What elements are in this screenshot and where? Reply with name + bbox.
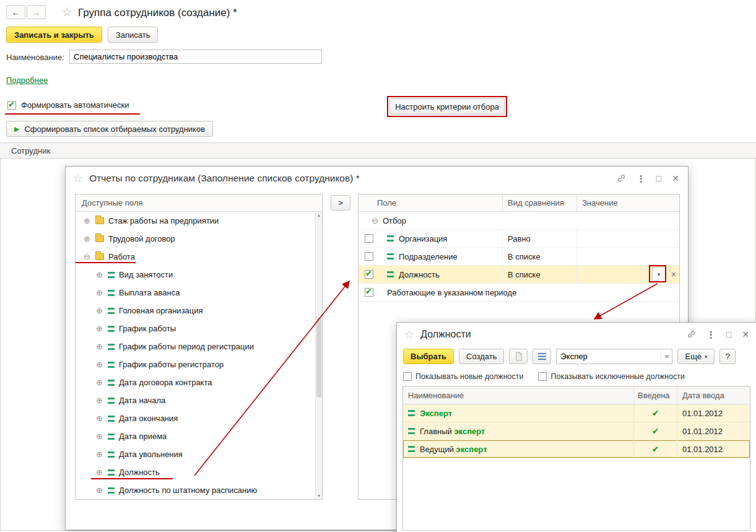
tree-item-field[interactable]: ⊕Вид занятости — [76, 266, 315, 284]
tree-item-label: График работы период регистрации — [119, 342, 254, 351]
scroll-down-icon[interactable]: ▼ — [316, 494, 322, 498]
filter-value-cell[interactable] — [576, 248, 679, 265]
select-button[interactable]: Выбрать — [403, 349, 454, 364]
entered-check-icon: ✔ — [652, 408, 659, 418]
tree-item-field[interactable]: ⊕Должность по штатному расписанию — [76, 481, 315, 499]
tree-item-label: Дата увольнения — [119, 450, 183, 459]
expand-icon[interactable]: ⊕ — [95, 396, 103, 405]
expand-icon[interactable]: ⊕ — [95, 288, 103, 297]
maximize-icon[interactable]: □ — [726, 330, 731, 339]
more-actions-button[interactable]: Еще ▾ — [677, 349, 715, 364]
configure-criteria-button[interactable]: Настроить критерии отбора — [389, 98, 505, 115]
expand-icon[interactable]: ⊕ — [95, 468, 103, 477]
tree-item-folder[interactable]: ⊕Трудовой договор — [76, 230, 315, 248]
folder-icon — [95, 253, 104, 260]
expand-icon[interactable]: ⊕ — [95, 270, 103, 279]
filter-row-checkbox[interactable] — [365, 234, 373, 243]
show-new-checkbox[interactable] — [403, 372, 412, 381]
show-excluded-label: Показывать исключенные должности — [550, 372, 684, 381]
more-menu-icon[interactable]: ⋮ — [637, 174, 646, 183]
tree-item-field[interactable]: ⊕График работы — [76, 320, 315, 338]
expand-icon[interactable]: ⊕ — [95, 360, 103, 369]
filter-value-cell[interactable] — [576, 230, 679, 247]
filter-group-row[interactable]: ⊖ Отбор — [358, 212, 679, 230]
close-icon[interactable]: ✕ — [742, 330, 749, 339]
filter-row[interactable]: Подразделение В списке — [358, 248, 679, 266]
back-button[interactable]: ← — [6, 5, 25, 19]
tree-item-label: Стаж работы на предприятии — [108, 216, 219, 225]
help-button[interactable]: ? — [719, 349, 736, 364]
scrollbar-thumb[interactable] — [316, 317, 321, 398]
collapse-icon[interactable]: ⊖ — [83, 252, 91, 261]
attribute-icon — [387, 235, 394, 242]
collapse-icon[interactable]: ⊖ — [371, 216, 379, 225]
expand-icon[interactable]: ⊕ — [95, 432, 103, 441]
auto-generate-checkbox[interactable] — [7, 101, 16, 110]
link-icon[interactable] — [617, 173, 626, 184]
name-input[interactable] — [69, 50, 322, 64]
expand-icon[interactable]: ⊕ — [95, 342, 103, 351]
tree-item-field[interactable]: ⊕Выплата аванса — [76, 284, 315, 302]
maximize-icon[interactable]: □ — [656, 174, 661, 183]
expand-icon[interactable]: ⊕ — [95, 414, 103, 423]
tree-scrollbar[interactable]: ▲ ▼ — [315, 212, 322, 499]
tree-item-field[interactable]: ⊕Дата увольнения — [76, 445, 315, 463]
close-icon[interactable]: ✕ — [672, 174, 679, 183]
filter-row-checkbox[interactable] — [365, 252, 373, 261]
positions-toolbar: Выбрать Создать × Еще ▾ ? — [403, 349, 749, 364]
filter-row-selected[interactable]: Должность В списке ▾ × — [358, 266, 679, 284]
position-row-selected[interactable]: Ведущий эксперт ✔ 01.01.2012 — [403, 440, 750, 458]
save-button[interactable]: Записать — [108, 27, 159, 43]
column-header-name: Наименование — [403, 391, 633, 400]
favorite-star-icon[interactable]: ☆ — [404, 328, 414, 341]
list-view-button[interactable] — [532, 349, 551, 364]
tree-item-field[interactable]: ⊕Дата приема — [76, 427, 315, 445]
expand-icon[interactable]: ⊕ — [83, 216, 91, 225]
create-button[interactable]: Создать — [459, 349, 504, 364]
scroll-up-icon[interactable]: ▲ — [316, 213, 322, 217]
expand-icon[interactable]: ⊕ — [95, 486, 103, 495]
clear-search-icon[interactable]: × — [661, 352, 672, 361]
filter-row[interactable]: Работающие в указанном периоде — [358, 284, 679, 302]
expand-icon[interactable]: ⊕ — [95, 378, 103, 387]
tree-item-label: Дата договора контракта — [119, 378, 212, 387]
command-bar: Записать и закрыть Записать — [6, 27, 158, 43]
tree-item-field[interactable]: ⊕График работы период регистрации — [76, 338, 315, 355]
tree-item-field[interactable]: ⊕Дата начала — [76, 391, 315, 409]
filter-comparison[interactable]: Равно — [502, 230, 576, 247]
favorite-star-icon[interactable]: ☆ — [61, 4, 72, 19]
expand-icon[interactable]: ⊕ — [95, 324, 103, 333]
employee-section-header[interactable]: Сотрудник — [0, 142, 756, 159]
tree-item-field[interactable]: ⊕Головная организация — [76, 302, 315, 320]
forward-button[interactable]: → — [27, 5, 46, 19]
clear-value-button[interactable]: × — [671, 269, 676, 279]
favorite-star-icon[interactable]: ☆ — [73, 172, 83, 185]
expand-icon[interactable]: ⊕ — [95, 450, 103, 459]
positions-dialog-titlebar[interactable]: ☆ Должности ⋮ □ ✕ — [397, 323, 756, 346]
tree-item-field[interactable]: ⊕Дата договора контракта — [76, 373, 315, 391]
filter-comparison[interactable]: В списке — [502, 266, 576, 283]
filter-comparison[interactable]: В списке — [502, 248, 576, 265]
move-field-button[interactable]: > — [331, 195, 350, 211]
attribute-icon — [108, 469, 115, 476]
filter-row-checkbox[interactable] — [365, 288, 373, 297]
expand-icon[interactable]: ⊕ — [83, 234, 91, 243]
tree-item-folder[interactable]: ⊕Стаж работы на предприятии — [76, 212, 315, 230]
position-row[interactable]: Главный эксперт ✔ 01.01.2012 — [403, 422, 750, 440]
copy-button[interactable] — [509, 349, 528, 364]
filter-row[interactable]: Организация Равно — [358, 230, 679, 248]
report-dialog-titlebar[interactable]: ☆ Отчеты по сотрудникам (Заполнение спис… — [66, 167, 688, 190]
expand-icon[interactable]: ⊕ — [95, 306, 103, 315]
filter-row-checkbox[interactable] — [365, 270, 373, 279]
tree-item-field[interactable]: ⊕Дата окончания — [76, 409, 315, 427]
show-excluded-checkbox[interactable] — [538, 372, 547, 381]
more-details-link[interactable]: Подробнее — [6, 76, 48, 85]
search-input[interactable] — [557, 352, 661, 361]
position-row[interactable]: Эксперт ✔ 01.01.2012 — [403, 404, 750, 422]
save-and-close-button[interactable]: Записать и закрыть — [6, 27, 102, 43]
generate-list-button[interactable]: ▶ Сформировать список отбираемых сотрудн… — [6, 121, 213, 137]
name-field-label: Наименование: — [6, 53, 64, 62]
tree-item-field[interactable]: ⊕График работы регистратор — [76, 355, 315, 373]
link-icon[interactable] — [687, 329, 696, 340]
more-menu-icon[interactable]: ⋮ — [706, 330, 716, 339]
